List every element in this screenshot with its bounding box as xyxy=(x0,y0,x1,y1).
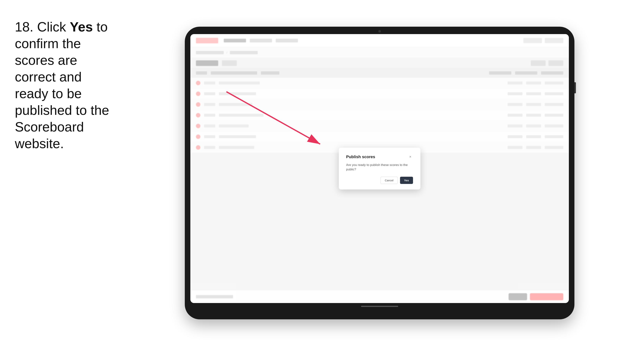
home-bar xyxy=(361,306,398,307)
page-layout: 18. Click Yes to confirm the scores are … xyxy=(0,0,644,346)
publish-scores-modal: Publish scores × Are you ready to publis… xyxy=(339,148,420,190)
modal-title: Publish scores xyxy=(346,155,375,159)
modal-body-text: Are you ready to publish these scores to… xyxy=(346,163,413,172)
instruction-text: 18. Click Yes to confirm the scores are … xyxy=(15,18,119,152)
instruction-panel: 18. Click Yes to confirm the scores are … xyxy=(15,11,130,152)
tablet-home-indicator xyxy=(190,305,569,308)
modal-footer: Cancel Yes xyxy=(346,177,413,184)
modal-yes-button[interactable]: Yes xyxy=(400,177,413,184)
step-number: 18. xyxy=(15,19,34,34)
side-button xyxy=(574,82,576,93)
tablet-frame: / xyxy=(185,27,574,319)
tablet-camera xyxy=(378,30,381,33)
modal-close-button[interactable]: × xyxy=(408,154,413,160)
modal-cancel-button[interactable]: Cancel xyxy=(380,177,398,184)
modal-header: Publish scores × xyxy=(346,154,413,160)
tablet-screen: / xyxy=(190,34,569,303)
modal-overlay: Publish scores × Are you ready to publis… xyxy=(190,34,569,303)
yes-keyword: Yes xyxy=(70,19,93,34)
tablet-device: / xyxy=(130,11,629,335)
